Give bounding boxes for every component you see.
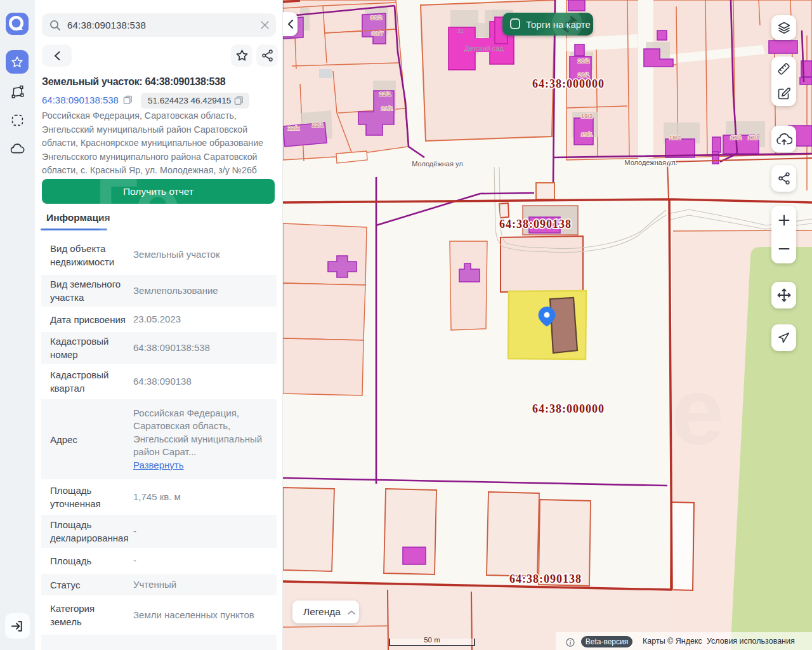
svg-text:Молодёжная ул.: Молодёжная ул. <box>412 160 464 168</box>
svg-text:17/2: 17/2 <box>730 134 742 141</box>
svg-text:22/1: 22/1 <box>312 121 324 128</box>
svg-text:64:38:000000: 64:38:000000 <box>532 77 605 90</box>
svg-text:33/2: 33/2 <box>370 14 383 21</box>
svg-text:19/2: 19/2 <box>581 112 593 119</box>
svg-text:е: е <box>671 358 724 465</box>
svg-text:22/2: 22/2 <box>288 124 300 131</box>
svg-text:Молодежная ул.: Молодежная ул. <box>624 159 677 166</box>
svg-text:Торги на карте: Торги на карте <box>526 19 591 30</box>
svg-text:19/1: 19/1 <box>581 131 593 138</box>
svg-text:64:38:090138: 64:38:090138 <box>499 218 572 230</box>
svg-text:31: 31 <box>457 27 464 34</box>
svg-text:33/7: 33/7 <box>372 30 384 37</box>
svg-text:64:38:000000: 64:38:000000 <box>532 402 605 415</box>
svg-text:17/1: 17/1 <box>748 134 760 141</box>
svg-text:64:38:090138: 64:38:090138 <box>509 573 582 585</box>
svg-text:18/2: 18/2 <box>669 134 681 141</box>
svg-text:Детский сад: Детский сад <box>464 44 504 52</box>
svg-text:21/1: 21/1 <box>379 90 391 97</box>
svg-text:21/2: 21/2 <box>381 105 393 112</box>
svg-text:20/1: 20/1 <box>578 71 590 78</box>
svg-text:20/2: 20/2 <box>578 57 590 64</box>
